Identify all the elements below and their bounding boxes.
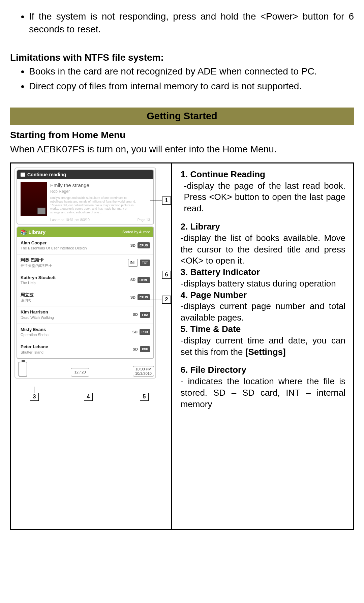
explain-6-body: - indicates the location where the file …	[181, 376, 345, 410]
library-title: 开往天堂的9路巴士	[21, 263, 52, 268]
explain-5-body: -display current time and date, you can …	[181, 335, 345, 358]
library-row: Misty EvansOperation ShebaSDPDB	[17, 324, 153, 341]
library-row: 利奥·巴斯卡开往天堂的9路巴士INTTXT	[17, 254, 153, 272]
panel-continue-header: Continue reading	[17, 170, 153, 179]
library-row-left: Kathryn StockettThe Help	[21, 275, 56, 285]
explain-6-title: 6. File Directory	[181, 364, 345, 376]
callout-2: 2	[162, 296, 171, 304]
banner-getting-started: Getting Started	[10, 108, 354, 125]
callout-1: 1	[162, 197, 171, 205]
library-row: Peter LehaneShutter IslandSDPDF	[17, 341, 153, 358]
library-row: Kathryn StockettThe HelpSDHTML	[17, 272, 153, 289]
ntfs-bullet-list: Books in the card are not recognized by …	[10, 65, 354, 93]
callout-4: 4	[84, 393, 93, 401]
library-row-right: SDEPUB	[130, 294, 150, 300]
file-location-tag: SD	[130, 277, 135, 282]
callout-line	[150, 201, 162, 201]
explain-3-title: 3. Battery Indicator	[181, 267, 345, 278]
callout-line	[144, 387, 144, 393]
library-title: Dead Witch Walking	[21, 315, 54, 320]
library-author: Kim Harrison	[21, 309, 54, 315]
library-title: The Help	[21, 280, 56, 285]
intro-text: When AEBK07FS is turn on, you will enter…	[10, 143, 354, 156]
time-label: 10:00 PM	[135, 367, 152, 371]
ntfs-bullet: Direct copy of files from internal memor…	[29, 80, 354, 93]
panel-continue-body: SD Emily the strange Rob Reger Emily's s…	[17, 179, 153, 224]
book-title: Emily the strange	[50, 182, 138, 189]
library-row-left: Alan CooperThe Essentials Of User Interf…	[21, 240, 87, 251]
explanations-column: 1. Continue Reading -display the page of…	[172, 163, 353, 529]
sd-badge: SD	[38, 208, 46, 214]
intro-bullet-list: If the system is not responding, press a…	[10, 10, 354, 36]
library-title: 诙词典	[21, 298, 34, 303]
file-format-tag: TXT	[140, 260, 150, 266]
explain-4-title: 4. Page Number	[181, 290, 345, 301]
library-row: Kim HarrisonDead Witch WalkingSDFB2	[17, 306, 153, 324]
library-title: 📚 Library	[21, 229, 46, 236]
file-format-tag: EPUB	[138, 242, 150, 248]
library-row-left: Kim HarrisonDead Witch Walking	[21, 309, 54, 320]
file-format-tag: PDF	[140, 346, 150, 352]
last-read: Last read 10:31 pm 8/3/10	[50, 218, 90, 222]
file-location-tag: SD	[133, 347, 138, 352]
library-row-right: SDHTML	[130, 277, 150, 283]
library-title-text: Library	[28, 229, 46, 235]
callout-6: 6	[162, 271, 171, 279]
library-row-left: 周立波诙词典	[21, 292, 34, 303]
book-author: Rob Reger	[50, 189, 138, 194]
explain-3-body: -displays battery status during operatio…	[181, 278, 345, 290]
file-format-tag: PDB	[140, 329, 150, 335]
library-row-right: SDEPUB	[130, 242, 150, 248]
time-date-chip: 10:00 PM 10/3/2010	[133, 366, 154, 376]
library-author: Peter Lehane	[21, 344, 48, 350]
library-author: Alan Cooper	[21, 240, 87, 246]
library-title: Operation Sheba	[21, 332, 49, 337]
library-row-right: SDPDF	[133, 346, 150, 352]
panel-continue-reading: Continue reading SD Emily the strange Ro…	[17, 170, 154, 224]
callout-line	[34, 387, 34, 393]
screenshot-column: Continue reading SD Emily the strange Ro…	[11, 163, 172, 529]
ntfs-heading: Limitations with NTFS file system:	[10, 51, 354, 64]
panel-continue-title: Continue reading	[27, 172, 66, 178]
callout-line	[148, 300, 162, 300]
library-row-right: SDPDB	[132, 329, 150, 335]
panel-library: 📚 Library Sorted by Author Alan CooperTh…	[17, 227, 154, 359]
book-cover: SD	[21, 182, 47, 216]
file-location-tag: SD	[130, 295, 135, 300]
callout-line	[145, 275, 162, 275]
page-label: Page 13	[138, 218, 150, 222]
screen-outer-frame: Continue reading SD Emily the strange Ro…	[14, 168, 156, 379]
explain-1-title: 1. Continue Reading	[181, 169, 345, 180]
date-label: 10/3/2010	[135, 371, 152, 375]
library-rows: Alan CooperThe Essentials Of User Interf…	[17, 237, 153, 358]
status-row: 12 / 20 10:00 PM 10/3/2010	[17, 362, 154, 376]
explain-1-body: -display the page of the last read book.…	[181, 180, 345, 214]
file-format-tag: FB2	[140, 312, 150, 318]
callout-5: 5	[140, 393, 149, 401]
battery-icon	[19, 362, 27, 376]
sub-heading: Starting from Home Menu	[10, 129, 354, 142]
explain-5-title: 5. Time & Date	[181, 324, 345, 335]
library-row-right: INTTXT	[128, 259, 150, 266]
device-frame: Continue reading SD Emily the strange Ro…	[14, 168, 168, 379]
file-location-tag: SD	[132, 330, 138, 335]
explain-5-settings: [Settings]	[245, 347, 286, 357]
callout-3: 3	[30, 393, 39, 401]
split-layout: Continue reading SD Emily the strange Ro…	[10, 162, 354, 530]
library-row: Alan CooperThe Essentials Of User Interf…	[17, 237, 153, 254]
library-row-left: 利奥·巴斯卡开往天堂的9路巴士	[21, 257, 52, 268]
library-author: Kathryn Stockett	[21, 275, 56, 281]
ntfs-bullet: Books in the card are not recognized by …	[29, 65, 354, 78]
panel-continue-foot: Last read 10:31 pm 8/3/10 Page 13	[50, 218, 150, 222]
callout-line	[88, 387, 88, 393]
library-author: Misty Evans	[21, 327, 49, 333]
library-row-right: SDFB2	[133, 312, 150, 318]
library-row-left: Misty EvansOperation Sheba	[21, 327, 49, 337]
library-header: 📚 Library Sorted by Author	[17, 227, 153, 237]
book-excerpt: Emily's strange and satiric subculture o…	[50, 196, 138, 214]
file-location-tag: SD	[133, 312, 138, 317]
library-row: 周立波诙词典SDEPUB	[17, 289, 153, 306]
book-icon	[21, 173, 25, 177]
file-format-tag: HTML	[138, 277, 150, 283]
library-author: 利奥·巴斯卡	[21, 257, 52, 263]
